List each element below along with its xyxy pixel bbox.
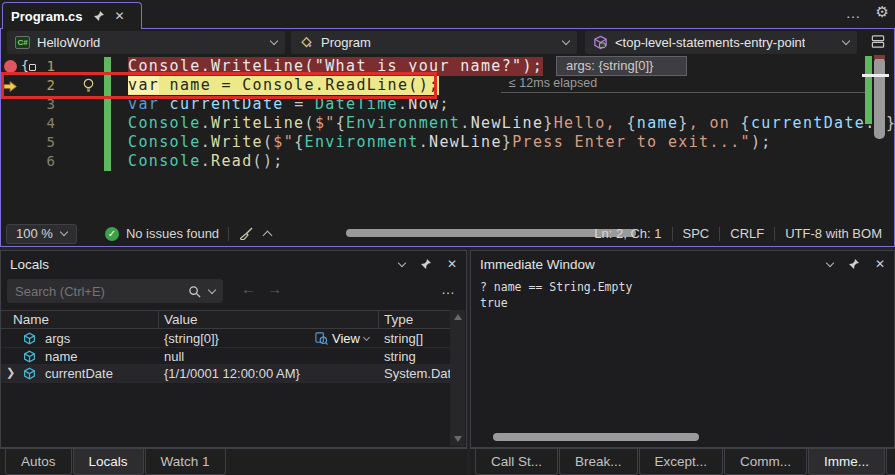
locals-row-name[interactable]: namenullstring <box>1 348 451 366</box>
change-tracking-bar <box>104 152 111 171</box>
status-item[interactable]: SPC <box>673 226 720 241</box>
code-text[interactable]: var currentDate = DateTime.Now; <box>128 95 450 114</box>
project-dropdown[interactable]: C# HelloWorld <box>7 31 285 54</box>
code-text[interactable]: Console.Write($"{Environment.NewLine}Pre… <box>128 133 772 152</box>
status-item[interactable]: Ln: 2, Ch: 1 <box>584 226 671 241</box>
close-icon[interactable]: ✕ <box>875 257 885 271</box>
variable-name: name <box>45 349 78 364</box>
args-datatip[interactable]: args: {string[0]} <box>556 56 687 76</box>
locals-vertical-scrollbar[interactable] <box>450 310 465 446</box>
line-number: 5 <box>23 134 55 150</box>
scroll-up-icon[interactable] <box>454 314 462 320</box>
search-input[interactable] <box>15 284 155 299</box>
class-icon <box>299 36 314 50</box>
scrollbar-breakpoint-mark <box>874 55 885 59</box>
more-options-icon[interactable]: … <box>846 4 862 21</box>
pin-icon[interactable] <box>420 258 432 270</box>
locals-tab-strip: AutosLocalsWatch 1 <box>0 448 467 475</box>
search-options-chevron-icon[interactable] <box>208 285 216 293</box>
issues-label: No issues found <box>126 226 219 241</box>
status-right-group: Ln: 2, Ch: 1SPCCRLFUTF-8 with BOM <box>584 221 892 246</box>
split-window-icon[interactable] <box>870 34 886 49</box>
document-tab-title: Program.cs <box>11 9 83 24</box>
expand-chevron-icon[interactable]: ❯ <box>6 366 15 379</box>
column-header-name[interactable]: Name <box>13 312 49 327</box>
code-line-1[interactable]: {1Console.WriteLine("What is your name?"… <box>1 57 894 76</box>
locals-row-args[interactable]: args{string[0]}Viewstring[] <box>1 330 451 348</box>
gear-icon[interactable]: ⚙ <box>876 3 889 21</box>
code-line-5[interactable]: 5Console.Write($"{Environment.NewLine}Pr… <box>1 133 894 152</box>
status-item[interactable]: CRLF <box>720 226 774 241</box>
code-editor[interactable]: {1Console.WriteLine("What is your name?"… <box>1 55 894 222</box>
code-line-6[interactable]: 6Console.Read(); <box>1 152 894 171</box>
line-number: 1 <box>23 58 55 74</box>
close-tab-icon[interactable]: ✕ <box>115 9 125 23</box>
search-box[interactable] <box>7 279 223 303</box>
search-icon <box>188 285 201 298</box>
tab-comm[interactable]: Comm... <box>724 449 807 475</box>
line-number: 6 <box>23 153 55 169</box>
variable-type: string <box>384 349 416 364</box>
immediate-horizontal-scrollbar[interactable] <box>493 433 699 441</box>
line-number: 2 <box>23 77 55 93</box>
code-line-3[interactable]: 3var currentDate = DateTime.Now; <box>1 95 894 114</box>
pin-icon[interactable] <box>93 10 105 22</box>
variable-icon <box>23 332 36 345</box>
back-arrow-icon[interactable]: ← <box>241 280 256 297</box>
window-position-chevron-icon[interactable] <box>398 258 406 266</box>
check-icon: ✓ <box>105 227 119 241</box>
editor-vertical-scrollbar[interactable] <box>874 57 885 139</box>
tab-imme[interactable]: Imme... <box>808 449 885 475</box>
member-dropdown[interactable]: <top-level-statements-entry-point <box>585 31 857 54</box>
tab-output[interactable]: Output <box>886 449 895 475</box>
column-header-type[interactable]: Type <box>384 312 413 327</box>
code-cleanup-broom-icon[interactable] <box>238 226 254 242</box>
breakpoint-icon[interactable] <box>4 60 17 73</box>
perf-tip[interactable]: ≤ 12ms elapsed <box>509 76 597 90</box>
tab-except[interactable]: Except... <box>639 449 724 475</box>
editor-group: C# HelloWorld Program <top-level-stateme… <box>0 28 895 247</box>
document-tab-program-cs[interactable]: Program.cs ✕ <box>2 2 142 29</box>
tab-autos[interactable]: Autos <box>5 449 72 475</box>
lightbulb-icon[interactable] <box>82 78 95 93</box>
locals-row-currentDate[interactable]: ❯currentDate{1/1/0001 12:00:00 AM}System… <box>1 365 451 383</box>
forward-arrow-icon[interactable]: → <box>267 280 282 297</box>
tab-locals[interactable]: Locals <box>73 449 144 475</box>
tab-call-st[interactable]: Call St... <box>475 449 558 475</box>
view-magnifier-icon <box>315 332 328 345</box>
chevron-up-icon[interactable] <box>263 230 273 240</box>
view-link[interactable]: View <box>315 331 369 346</box>
variable-value: null <box>164 349 184 364</box>
code-text[interactable]: var name = Console.ReadLine(); <box>128 76 439 95</box>
close-icon[interactable]: ✕ <box>447 257 457 271</box>
zoom-dropdown[interactable]: 100 % <box>6 224 77 244</box>
zoom-level: 100 % <box>16 226 53 241</box>
scroll-down-icon[interactable] <box>454 436 462 442</box>
current-statement-arrow-icon[interactable] <box>3 80 18 93</box>
locals-grid-header[interactable]: Name Value Type <box>1 310 451 329</box>
chevron-down-icon <box>562 37 570 45</box>
code-text[interactable]: Console.WriteLine("What is your name?"); <box>128 57 543 76</box>
column-divider[interactable] <box>378 311 379 328</box>
tab-break[interactable]: Break... <box>559 449 638 475</box>
editor-status-bar: 100 % ✓ No issues found Ln: 2, Ch: 1SPCC… <box>1 221 894 246</box>
more-options-icon[interactable]: … <box>441 281 456 297</box>
locals-grid-rows: args{string[0]}Viewstring[]namenullstrin… <box>1 330 451 383</box>
member-dropdown-label: <top-level-statements-entry-point <box>615 35 805 50</box>
window-position-chevron-icon[interactable] <box>826 258 834 266</box>
column-header-value[interactable]: Value <box>164 312 198 327</box>
change-tracking-bar <box>104 76 111 95</box>
locals-toolbar: ← → … <box>1 277 466 307</box>
status-item[interactable]: UTF-8 with BOM <box>775 226 892 241</box>
immediate-content[interactable]: ? name == String.Emptytrue <box>480 279 632 311</box>
code-text[interactable]: Console.Read(); <box>128 152 284 171</box>
tab-watch-1[interactable]: Watch 1 <box>145 449 226 475</box>
entry-point-cube-icon <box>593 35 608 50</box>
code-text[interactable]: Console.WriteLine($"{Environment.NewLine… <box>128 114 894 133</box>
column-divider[interactable] <box>158 311 159 328</box>
type-dropdown[interactable]: Program <box>291 31 577 54</box>
pin-icon[interactable] <box>848 258 860 270</box>
issues-indicator[interactable]: ✓ No issues found <box>105 226 219 241</box>
line-number: 3 <box>23 96 55 112</box>
code-line-4[interactable]: 4Console.WriteLine($"{Environment.NewLin… <box>1 114 894 133</box>
